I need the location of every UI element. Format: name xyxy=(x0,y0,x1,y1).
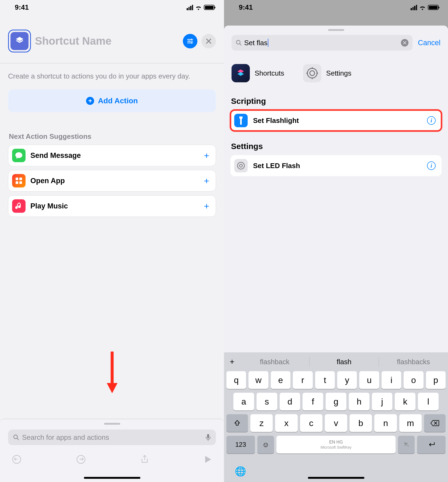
suggestion-open-app[interactable]: Open App + xyxy=(8,170,216,192)
undo-button[interactable] xyxy=(12,455,21,464)
key-symbols[interactable]: ?!, xyxy=(398,436,415,453)
key-j[interactable]: j xyxy=(372,393,393,410)
prediction-mid[interactable]: flash xyxy=(309,357,379,367)
key-emoji[interactable]: ☺ xyxy=(257,436,274,453)
key-w[interactable]: w xyxy=(248,371,268,389)
software-keyboard[interactable]: + flashback flash flashbacks q w e r t y… xyxy=(224,352,448,482)
key-o[interactable]: o xyxy=(404,371,423,389)
key-g[interactable]: g xyxy=(326,393,346,410)
home-indicator[interactable] xyxy=(308,477,364,479)
action-label: Set LED Flash xyxy=(253,162,427,170)
tip-text: Create a shortcut to actions you do in y… xyxy=(8,72,216,81)
key-b[interactable]: b xyxy=(350,414,372,432)
key-z[interactable]: z xyxy=(250,414,273,432)
key-123[interactable]: 123 xyxy=(226,436,255,453)
close-button[interactable] xyxy=(201,34,216,48)
key-e[interactable]: e xyxy=(271,371,290,389)
key-shift[interactable] xyxy=(226,414,248,432)
key-a[interactable]: a xyxy=(233,393,254,410)
globe-button[interactable]: 🌐 xyxy=(235,466,246,477)
shift-icon xyxy=(234,420,241,427)
action-set-flashlight[interactable]: Set Flashlight i xyxy=(230,110,442,131)
space-label-1: EN HG xyxy=(329,440,343,445)
info-button[interactable]: i xyxy=(427,116,436,125)
action-set-led-flash[interactable]: Set LED Flash i xyxy=(230,155,442,176)
search-icon xyxy=(13,434,19,441)
key-k[interactable]: k xyxy=(395,393,415,410)
prediction-left[interactable]: flashback xyxy=(240,357,309,367)
svg-line-14 xyxy=(240,44,241,45)
key-t[interactable]: t xyxy=(315,371,335,389)
svg-line-9 xyxy=(17,438,19,440)
add-icon[interactable]: + xyxy=(204,176,209,186)
key-h[interactable]: h xyxy=(349,393,369,410)
shortcut-title-field[interactable]: Shortcut Name xyxy=(35,35,179,47)
key-m[interactable]: m xyxy=(399,414,422,432)
cancel-button[interactable]: Cancel xyxy=(418,39,440,47)
key-c[interactable]: c xyxy=(300,414,322,432)
key-q[interactable]: q xyxy=(226,371,246,389)
status-bar: 9:41 xyxy=(224,0,448,15)
key-n[interactable]: n xyxy=(374,414,397,432)
info-button[interactable]: i xyxy=(427,161,436,170)
prediction-bar: + flashback flash flashbacks xyxy=(224,352,448,371)
svg-point-2 xyxy=(191,42,192,44)
backspace-icon xyxy=(430,420,439,426)
svg-rect-6 xyxy=(19,181,22,184)
status-time: 9:41 xyxy=(15,3,29,12)
play-button[interactable] xyxy=(204,455,212,464)
grabber-icon[interactable] xyxy=(104,423,120,425)
clear-button[interactable] xyxy=(401,39,408,47)
status-time: 9:41 xyxy=(239,3,253,12)
suggestion-play-music[interactable]: Play Music + xyxy=(8,195,216,217)
editor-toolbar xyxy=(8,455,216,464)
search-field[interactable]: Search for apps and actions xyxy=(8,430,216,445)
keyboard-footer: 🌐 xyxy=(224,460,448,482)
svg-rect-10 xyxy=(207,434,209,438)
add-action-button[interactable]: + Add Action xyxy=(8,90,216,112)
key-x[interactable]: x xyxy=(275,414,297,432)
battery-icon xyxy=(204,5,215,10)
app-result-shortcuts[interactable]: Shortcuts xyxy=(232,64,284,82)
prediction-right[interactable]: flashbacks xyxy=(379,357,448,367)
status-indicators xyxy=(187,5,215,10)
settings-button[interactable] xyxy=(183,34,197,48)
app-label: Settings xyxy=(326,69,351,77)
add-icon[interactable]: + xyxy=(204,150,209,161)
redo-button[interactable] xyxy=(76,455,86,464)
key-space[interactable]: EN HG Microsoft SwiftKey xyxy=(276,436,396,453)
key-f[interactable]: f xyxy=(303,393,323,410)
shortcuts-app-icon xyxy=(232,64,250,82)
svg-point-15 xyxy=(307,68,317,78)
mic-icon[interactable] xyxy=(205,434,211,441)
close-icon xyxy=(206,38,212,44)
search-field[interactable]: Set flas xyxy=(232,35,413,51)
search-sheet[interactable]: Search for apps and actions xyxy=(0,419,224,482)
add-icon[interactable]: + xyxy=(204,201,209,211)
suggestion-send-message[interactable]: Send Message + xyxy=(8,145,216,166)
search-icon xyxy=(236,40,242,46)
key-l[interactable]: l xyxy=(418,393,439,410)
shortcut-icon-button[interactable] xyxy=(8,30,31,52)
home-indicator[interactable] xyxy=(84,477,140,479)
key-v[interactable]: v xyxy=(325,414,347,432)
key-row-2: a s d f g h j k l xyxy=(224,393,448,410)
key-return[interactable] xyxy=(417,436,446,453)
share-button[interactable] xyxy=(141,455,149,464)
app-grid-icon xyxy=(12,174,26,187)
key-i[interactable]: i xyxy=(382,371,401,389)
key-s[interactable]: s xyxy=(257,393,277,410)
svg-point-22 xyxy=(240,164,243,167)
settings-app-icon xyxy=(234,159,248,172)
search-value: Set flas xyxy=(244,39,268,47)
prediction-add[interactable]: + xyxy=(224,357,240,366)
key-backspace[interactable] xyxy=(424,414,446,432)
key-p[interactable]: p xyxy=(426,371,446,389)
key-y[interactable]: y xyxy=(337,371,357,389)
grabber-icon[interactable] xyxy=(328,29,344,31)
key-d[interactable]: d xyxy=(280,393,300,410)
phone-left-editor: 9:41 Shortcut Name Create a shortcut to … xyxy=(0,0,224,482)
key-r[interactable]: r xyxy=(293,371,312,389)
key-u[interactable]: u xyxy=(359,371,379,389)
app-result-settings[interactable]: Settings xyxy=(303,64,351,82)
